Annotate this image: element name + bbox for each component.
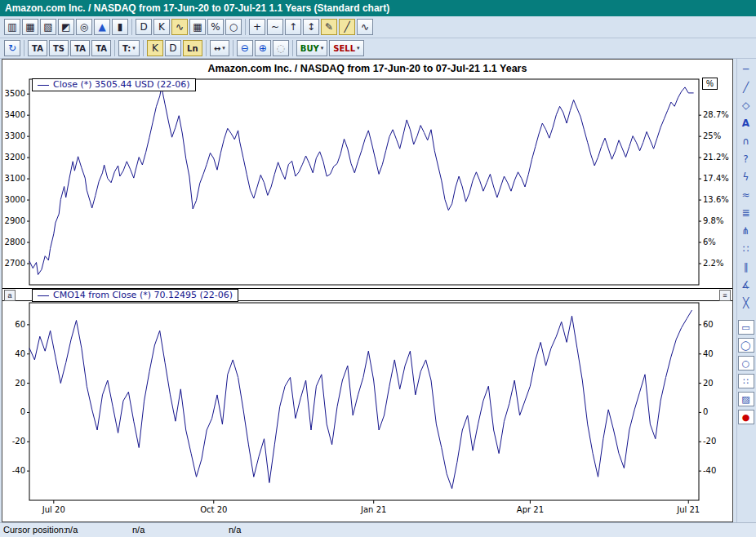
svg-text:-20: -20 <box>12 437 25 446</box>
dropdown-caret-icon: ▾ <box>357 45 360 51</box>
sell-order-button[interactable]: SELL▾ <box>329 40 363 56</box>
indicator-pane-header: a CMO14 from Close (*) 70.12495 (22-06) … <box>2 288 732 301</box>
svg-text:-40: -40 <box>703 466 716 475</box>
dots-shape-icon[interactable]: ∷ <box>738 374 754 388</box>
svg-text:-40: -40 <box>12 466 25 475</box>
refresh-data-icon[interactable]: ↻ <box>4 40 20 56</box>
crosshair-icon[interactable]: + <box>249 19 265 35</box>
angle-fan-tool-icon[interactable]: ∡ <box>739 277 754 292</box>
fan-lines-tool-icon[interactable]: ⋔ <box>739 224 754 238</box>
smoothing-icon[interactable]: ~ <box>267 19 283 35</box>
toolbar-sep <box>24 40 24 56</box>
svg-text:3200: 3200 <box>5 153 25 162</box>
svg-text:Jul 20: Jul 20 <box>42 505 65 514</box>
circle-shape-icon[interactable]: ○ <box>738 356 754 371</box>
pane-option-button[interactable]: a <box>4 290 16 301</box>
volume-histogram-icon[interactable]: ▮ <box>112 19 128 35</box>
cursor-position-x: n/a <box>65 525 78 535</box>
buy-order-button[interactable]: BUY▾ <box>296 40 328 56</box>
pan-horizontal-dropdown[interactable]: ↔▾ <box>210 40 229 56</box>
grid-toggle-icon[interactable]: ▦ <box>189 19 206 35</box>
cmo-chart[interactable]: -40-2002040606040200-20-40Jul 20Oct 20Ja… <box>2 301 732 521</box>
svg-text:17.4%: 17.4% <box>703 174 729 183</box>
fibonacci-lines-tool-icon[interactable]: ≣ <box>739 206 754 220</box>
cross-hatch-tool-icon[interactable]: ╳ <box>739 295 754 310</box>
dropdown-caret-icon: ▾ <box>222 45 225 51</box>
dropdown-caret-icon: ▾ <box>132 45 136 51</box>
svg-text:21.2%: 21.2% <box>703 153 729 162</box>
elliott-wave-tool-icon[interactable]: ϟ <box>739 170 754 184</box>
note-tool-icon[interactable]: ? <box>739 152 754 166</box>
ellipse-shape-icon[interactable]: ◯ <box>738 338 754 353</box>
data-table-icon[interactable]: ▦ <box>22 19 38 35</box>
svg-text:0: 0 <box>703 407 708 416</box>
zoom-in-icon[interactable]: ⊕ <box>255 40 271 56</box>
vertical-hatch-tool-icon[interactable]: ∥ <box>739 260 754 274</box>
svg-text:Jan 21: Jan 21 <box>360 505 386 514</box>
cmo-series-swatch <box>38 295 49 296</box>
cmo-legend: CMO14 from Close (*) 70.12495 (22-06) <box>32 289 238 302</box>
template-dropdown[interactable]: T:▾ <box>118 40 140 56</box>
draw-pencil-icon[interactable]: ✎ <box>321 19 337 35</box>
zigzag-tool-icon[interactable]: ≈ <box>739 188 754 202</box>
diamond-marker-tool-icon[interactable]: ◇ <box>739 98 754 113</box>
percent-scale-icon[interactable]: % <box>207 19 224 35</box>
price-chart[interactable]: 27002800290030003100320033003400350028.7… <box>2 76 732 288</box>
zoom-reset-icon[interactable]: ◌ <box>273 40 289 56</box>
svg-text:3500: 3500 <box>5 89 25 98</box>
candle-k-toggle[interactable]: K <box>147 40 163 56</box>
text-label-tool-icon[interactable]: A <box>739 116 754 131</box>
trend-line-tool-icon[interactable]: ╱ <box>739 80 754 95</box>
record-stop-icon[interactable]: ● <box>738 410 754 424</box>
toolbar-main: ▥▦▧◩◎▲▮DK∿▦%○+~↑↕✎╱∿ <box>0 16 756 38</box>
svg-text:13.6%: 13.6% <box>703 195 729 204</box>
chart-properties-icon[interactable]: ▥ <box>4 19 20 35</box>
line-chart-mode-icon[interactable]: ∿ <box>171 19 188 35</box>
pane-collapse-button[interactable]: ≡ <box>719 290 731 301</box>
hatch-shape-icon[interactable]: ▨ <box>738 392 754 406</box>
price-pane: 27002800290030003100320033003400350028.7… <box>2 76 732 288</box>
svg-text:25%: 25% <box>703 131 721 140</box>
svg-text:3400: 3400 <box>5 110 25 119</box>
scale-fit-icon[interactable]: ↕ <box>303 19 319 35</box>
ts-signal-icon[interactable]: TS <box>49 40 69 56</box>
rectangle-shape-icon[interactable]: ▭ <box>738 320 754 335</box>
arc-tool-icon[interactable]: ∩ <box>739 134 754 149</box>
price-legend: Close (*) 3505.44 USD (22-06) <box>32 78 196 91</box>
app-window: Amazon.com Inc. / NASDAQ from 17-Jun-20 … <box>0 0 756 537</box>
cmo-legend-text: CMO14 from Close (*) 70.12495 (22-06) <box>53 290 233 300</box>
svg-text:3100: 3100 <box>5 174 25 183</box>
ta-indicator-icon[interactable]: TA <box>28 40 47 56</box>
time-scale-icon[interactable]: ○ <box>225 19 242 35</box>
new-analysis-icon[interactable]: ▲ <box>94 19 110 35</box>
cursor-position-value: n/a <box>229 525 241 535</box>
ta-list-icon[interactable]: TA <box>91 40 111 56</box>
log-scale-toggle[interactable]: Ln <box>183 40 202 56</box>
dot-grid-tool-icon[interactable]: ∷ <box>739 242 754 256</box>
ohlc-bar-mode-icon[interactable]: D <box>136 19 152 35</box>
cmo-pane: -40-2002040606040200-20-40Jul 20Oct 20Ja… <box>2 301 732 521</box>
ta-draw-icon[interactable]: TA <box>70 40 90 56</box>
zigzag-indicator-icon[interactable]: ∿ <box>357 19 373 35</box>
svg-text:3000: 3000 <box>5 195 25 204</box>
status-bar: Cursor position: n/a n/a n/a <box>0 522 756 537</box>
svg-text:Apr 21: Apr 21 <box>517 505 544 514</box>
scale-expand-icon[interactable]: ↑ <box>285 19 301 35</box>
svg-text:2700: 2700 <box>5 259 25 268</box>
candle-d-toggle[interactable]: D <box>165 40 181 56</box>
svg-text:28.7%: 28.7% <box>703 110 729 119</box>
export-image-icon[interactable]: ▧ <box>40 19 56 35</box>
svg-text:-20: -20 <box>703 437 716 446</box>
search-quote-icon[interactable]: ◎ <box>76 19 92 35</box>
trendline-pencil-icon[interactable]: ╱ <box>339 19 355 35</box>
svg-text:60: 60 <box>703 320 714 329</box>
svg-text:2800: 2800 <box>5 237 25 246</box>
zoom-out-icon[interactable]: ⊖ <box>237 40 253 56</box>
svg-text:9.8%: 9.8% <box>703 216 723 225</box>
candle-mode-icon[interactable]: K <box>153 19 170 35</box>
chart-region: Amazon.com Inc. / NASDAQ from 17-Jun-20 … <box>2 59 733 522</box>
horizontal-line-tool-icon[interactable]: ─ <box>739 62 754 77</box>
window-titlebar: Amazon.com Inc. / NASDAQ from 17-Jun-20 … <box>0 0 756 16</box>
svg-text:0: 0 <box>20 407 25 416</box>
print-chart-icon[interactable]: ◩ <box>58 19 74 35</box>
